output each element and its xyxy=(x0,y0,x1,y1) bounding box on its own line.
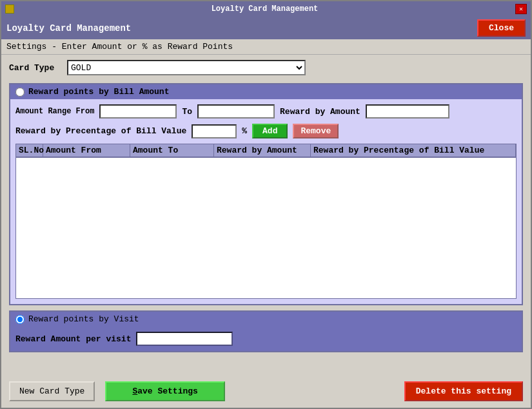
window-title: Loyalty Card Management xyxy=(14,5,515,14)
reward-bill-section: Reward points by Bill Amount Amount Rang… xyxy=(9,83,523,305)
col-sl-header: SL.No xyxy=(16,144,43,157)
settings-text: Settings - Enter Amount or % as Reward P… xyxy=(6,42,233,52)
reward-pct-input[interactable] xyxy=(192,124,237,138)
reward-by-amount-label: Reward by Amount xyxy=(280,107,360,117)
reward-bill-body: Amount Range From To Reward by Amount Re… xyxy=(10,99,522,304)
main-window: Loyalty Card Management ✕ Loyalty Card M… xyxy=(0,0,532,409)
reward-bill-label: Reward points by Bill Amount xyxy=(28,87,169,97)
reward-bill-header: Reward points by Bill Amount xyxy=(10,84,522,99)
header-bar: Loyalty Card Management Close xyxy=(1,17,531,39)
reward-visit-header: Reward points by Visit xyxy=(10,312,522,327)
remove-button[interactable]: Remove xyxy=(293,124,339,138)
close-button[interactable]: Close xyxy=(477,19,526,37)
reward-bill-radio[interactable] xyxy=(15,88,25,97)
col-reward-amt-header: Reward by Amount xyxy=(214,144,311,157)
app-icon xyxy=(5,5,14,14)
title-bar: Loyalty Card Management ✕ xyxy=(1,1,531,17)
reward-visit-body: Reward Amount per visit 200 xyxy=(10,327,522,351)
col-from-header: Amount From xyxy=(43,144,130,157)
amount-to-input[interactable] xyxy=(197,104,275,119)
card-type-select[interactable]: GOLD SILVER PLATINUM xyxy=(67,60,306,75)
reward-visit-section: Reward points by Visit Reward Amount per… xyxy=(9,310,523,352)
settings-bar: Settings - Enter Amount or % as Reward P… xyxy=(1,39,531,55)
card-type-label: Card Type xyxy=(9,63,61,73)
amount-range-row: Amount Range From To Reward by Amount Re… xyxy=(15,104,517,138)
header-title: Loyalty Card Management xyxy=(6,23,131,33)
new-card-button[interactable]: New Card Type xyxy=(9,381,95,401)
content-area: Card Type GOLD SILVER PLATINUM Reward po… xyxy=(1,55,531,375)
visit-amount-input[interactable]: 200 xyxy=(136,332,233,346)
reward-visit-radio[interactable] xyxy=(15,315,25,324)
window-close-button[interactable]: ✕ xyxy=(515,4,527,14)
reward-amount-per-visit-label: Reward Amount per visit xyxy=(15,334,131,344)
card-type-row: Card Type GOLD SILVER PLATINUM xyxy=(9,60,523,75)
to-label: To xyxy=(182,107,192,117)
amount-range-label: Amount Range From xyxy=(15,107,94,116)
data-table xyxy=(15,157,517,299)
col-to-header: Amount To xyxy=(130,144,214,157)
table-headers: SL.No Amount From Amount To Reward by Am… xyxy=(15,144,517,157)
add-button[interactable]: Add xyxy=(252,124,288,138)
reward-visit-label: Reward points by Visit xyxy=(28,314,139,324)
footer: New Card Type Save Settings Delete this … xyxy=(1,375,531,408)
reward-amount-input[interactable] xyxy=(366,104,449,119)
reward-pct-label: Reward by Precentage of Bill Value xyxy=(15,126,186,136)
pct-symbol: % xyxy=(242,126,247,136)
save-button[interactable]: Save Settings xyxy=(105,381,224,401)
delete-button[interactable]: Delete this setting xyxy=(404,381,523,401)
amount-from-input[interactable] xyxy=(99,104,177,119)
col-reward-pct-header: Reward by Precentage of Bill Value xyxy=(311,144,516,157)
